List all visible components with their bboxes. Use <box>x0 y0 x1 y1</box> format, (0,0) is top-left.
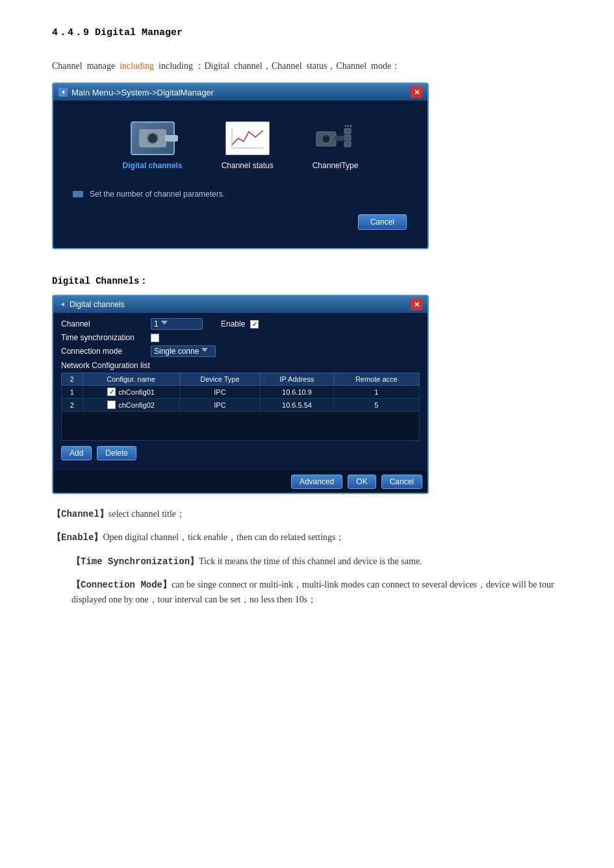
dc-row2-check[interactable]: chConfig02 <box>83 399 179 412</box>
para-enable: 【Enable】Open digital channel，tick enable… <box>52 530 562 545</box>
dc-connmode-value: Single conne <box>154 347 199 356</box>
svg-point-11 <box>345 125 347 127</box>
dc-connmode-dropdown[interactable]: Single conne <box>151 345 216 357</box>
svg-point-12 <box>348 125 350 127</box>
dc-ok-btn[interactable]: OK <box>348 475 376 489</box>
dc-row1-ip: 10.6.10.9 <box>261 386 333 399</box>
titlebar-back-icon <box>58 88 68 97</box>
dc-channel-value: 1 <box>154 319 159 329</box>
desc-highlight: including <box>120 61 154 71</box>
dc-enable-label: Enable <box>221 319 245 329</box>
section-heading: 4．4．9 Digital Manager <box>52 26 562 38</box>
digital-channels-heading: Digital Channels： <box>52 275 562 287</box>
menu-item-channel-type[interactable]: ChannelType <box>313 120 359 170</box>
dc-row1-num: 1 <box>62 386 83 399</box>
dc-cancel-btn[interactable]: Cancel <box>381 475 422 489</box>
para-timesync-bold: 【Time Synchronization】 <box>71 556 199 567</box>
svg-rect-1 <box>229 125 266 151</box>
dc-channel-label: Channel <box>61 319 146 329</box>
dc-row2-name: chConfig02 <box>118 401 155 409</box>
digital-channels-icon <box>131 121 175 155</box>
dc-row2-ip: 10.6.5.54 <box>261 399 333 412</box>
desc-before: Channel manage <box>52 61 120 71</box>
para-channel-rest: select channel title； <box>109 509 185 519</box>
dc-title-text: Digital channels <box>70 300 125 309</box>
dc-row2-num: 2 <box>62 399 83 412</box>
svg-rect-10 <box>344 142 351 147</box>
svg-point-13 <box>350 125 352 127</box>
main-menu-close-btn[interactable]: ✕ <box>411 86 422 98</box>
dc-connmode-arrow <box>201 348 208 354</box>
para-enable-bold: 【Enable】 <box>52 532 103 543</box>
main-menu-titlebar: Main Menu->System->DigitalManager ✕ <box>53 84 428 101</box>
dc-delete-btn[interactable]: Delete <box>97 446 136 460</box>
channel-status-label: Channel status <box>222 161 274 170</box>
para-channel: 【Channel】select channel title； <box>52 507 562 521</box>
para-timesync-rest: Tick it means the time of this channel a… <box>199 556 422 566</box>
dc-advanced-btn[interactable]: Advanced <box>291 475 342 489</box>
main-menu-dialog: Main Menu->System->DigitalManager ✕ Digi… <box>52 82 429 249</box>
dc-timesync-row: Time synchronization <box>61 333 420 342</box>
dc-connmode-label: Connection mode <box>61 347 146 356</box>
menu-item-channel-status[interactable]: Channel status <box>222 120 274 170</box>
dc-channel-dropdown[interactable]: 1 <box>151 318 203 330</box>
dc-row2-type: IPC <box>179 399 261 412</box>
para-timesync: 【Time Synchronization】Tick it means the … <box>71 554 562 569</box>
dc-titlebar: Digital channels ✕ <box>53 296 428 313</box>
channel-type-label: ChannelType <box>313 161 359 170</box>
svg-rect-9 <box>344 135 351 140</box>
dc-row1-name: chConfig01 <box>118 388 155 396</box>
dc-channel-row: Channel 1 Enable <box>61 318 420 330</box>
main-menu-cancel-btn[interactable]: Cancel <box>358 214 407 230</box>
para-channel-bold: 【Channel】 <box>52 509 109 519</box>
dc-row1-checkbox[interactable] <box>107 388 116 396</box>
digital-channels-dialog: Digital channels ✕ Channel 1 Enable Time… <box>52 295 429 494</box>
dc-timesync-checkbox[interactable] <box>151 334 159 342</box>
digital-channels-label: Digital channels <box>123 161 183 170</box>
svg-rect-8 <box>344 129 351 134</box>
dc-row1-type: IPC <box>179 386 261 399</box>
dc-channel-dropdown-arrow <box>161 321 168 327</box>
dc-table: 2 Configur. name Device Type IP Address … <box>61 373 420 441</box>
dc-row1-remote: 1 <box>333 386 419 399</box>
svg-marker-14 <box>60 303 64 306</box>
channel-type-icon <box>313 121 357 155</box>
info-text: Set the number of channel parameters. <box>90 190 225 199</box>
dc-add-btn[interactable]: Add <box>61 446 92 460</box>
channel-status-icon <box>225 121 270 155</box>
main-menu-title: Main Menu->System->DigitalManager <box>71 88 214 97</box>
table-row: 1 chConfig01 IPC 10.6.10.9 1 <box>62 386 420 399</box>
desc-after: including ：Digital channel，Channel statu… <box>154 61 400 71</box>
dc-titlebar-icon <box>58 301 66 308</box>
svg-marker-0 <box>62 90 64 94</box>
desc-text: Channel manage including including ：Digi… <box>52 60 562 72</box>
svg-point-6 <box>324 136 329 142</box>
dc-enable-checkbox[interactable] <box>250 320 259 329</box>
dc-connmode-row: Connection mode Single conne <box>61 345 420 357</box>
dc-adddelete-row: Add Delete <box>61 446 420 460</box>
para-enable-rest: Open digital channel，tick enable，then ca… <box>103 532 344 542</box>
table-row: 2 chConfig02 IPC 10.6.5.54 5 <box>62 399 420 412</box>
dc-row1-check[interactable]: chConfig01 <box>83 386 179 399</box>
dc-timesync-label: Time synchronization <box>61 333 146 342</box>
dc-col-num: 2 <box>62 373 83 386</box>
dc-close-btn[interactable]: ✕ <box>411 299 422 310</box>
dc-col-ip: IP Address <box>261 373 333 386</box>
dc-col-configname: Configur. name <box>83 373 179 386</box>
info-arrow-icon <box>73 191 83 197</box>
menu-item-digital-channels[interactable]: Digital channels <box>123 120 183 170</box>
info-row: Set the number of channel parameters. <box>66 190 415 199</box>
dc-col-devicetype: Device Type <box>179 373 261 386</box>
svg-rect-7 <box>335 136 344 141</box>
dc-col-remote: Remote acce <box>333 373 419 386</box>
para-connmode-bold: 【Connection Mode】 <box>71 580 172 590</box>
dc-action-row: Advanced OK Cancel <box>53 471 428 493</box>
main-menu-bottom-bar: Cancel <box>66 209 415 235</box>
menu-icons-row: Digital channels Channel status <box>123 120 359 170</box>
para-connmode: 【Connection Mode】can be singe connect or… <box>71 578 562 607</box>
dc-row2-remote: 5 <box>333 399 419 412</box>
dc-row2-checkbox[interactable] <box>107 401 116 409</box>
dc-netconfig-label: Network Configuration list <box>61 361 420 370</box>
dc-table-spacer <box>62 412 420 441</box>
